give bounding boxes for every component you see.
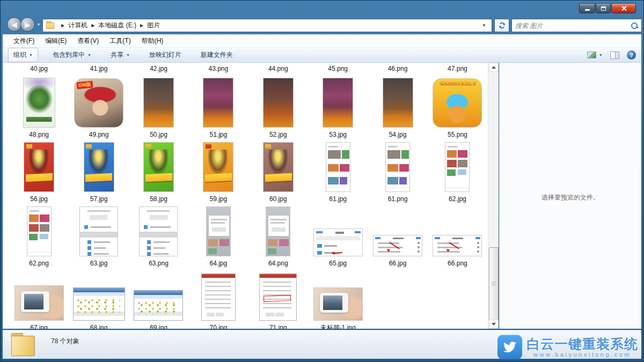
scroll-up-button[interactable] xyxy=(489,63,499,72)
forward-button[interactable]: ▶ xyxy=(20,17,35,32)
file-thumbnail[interactable] xyxy=(143,78,174,128)
file-thumbnail[interactable] xyxy=(203,78,233,128)
file-thumbnail[interactable] xyxy=(263,142,294,192)
file-label[interactable]: 71.jpg xyxy=(269,324,287,329)
breadcrumb-item-pictures[interactable]: 图片 xyxy=(147,21,160,30)
file-label[interactable]: 63.png xyxy=(149,260,169,268)
file-thumbnail[interactable] xyxy=(24,142,54,192)
file-label[interactable]: 69.jpg xyxy=(150,324,167,329)
file-label[interactable]: 54.jpg xyxy=(389,131,407,139)
history-dropdown-icon[interactable]: ▼ xyxy=(35,20,42,29)
file-label[interactable]: 52.jpg xyxy=(269,131,287,139)
file-label[interactable]: 60.jpg xyxy=(269,195,287,203)
file-label[interactable]: 62.jpg xyxy=(449,195,466,203)
file-label[interactable]: 53.jpg xyxy=(329,131,347,139)
help-icon[interactable]: ? xyxy=(627,50,636,60)
file-label[interactable]: 40.jpg xyxy=(30,65,48,73)
file-thumbnail[interactable] xyxy=(143,142,174,192)
file-label[interactable]: 61.png xyxy=(388,195,408,203)
file-thumbnail[interactable] xyxy=(139,206,178,256)
breadcrumb-item-drive-e[interactable]: 本地磁盘 (E:) xyxy=(98,21,136,30)
search-icon[interactable] xyxy=(631,22,638,29)
minimize-button[interactable] xyxy=(579,3,595,13)
file-thumbnail[interactable] xyxy=(313,287,363,321)
scroll-down-button[interactable] xyxy=(489,320,499,329)
share-button[interactable]: 共享 ▼ xyxy=(106,48,135,62)
menu-help[interactable]: 帮助(H) xyxy=(136,34,169,48)
file-label[interactable]: 45.png xyxy=(328,65,348,73)
file-label[interactable]: 46.png xyxy=(388,65,408,73)
file-label[interactable]: 64.png xyxy=(268,260,288,268)
file-thumbnail[interactable] xyxy=(323,78,353,128)
file-label[interactable]: 48.png xyxy=(29,131,49,139)
file-thumbnail[interactable] xyxy=(201,274,236,321)
file-thumbnail[interactable] xyxy=(373,235,422,256)
refresh-button[interactable] xyxy=(494,19,509,32)
file-label[interactable]: 66.png xyxy=(448,260,467,268)
file-thumbnail[interactable] xyxy=(14,285,64,321)
file-thumbnail[interactable] xyxy=(134,290,183,321)
preview-pane-toggle-icon[interactable] xyxy=(610,51,619,59)
file-thumbnail[interactable] xyxy=(326,142,350,192)
file-thumbnail[interactable]: DRAGON BALL Z xyxy=(433,78,482,128)
file-label[interactable]: 51.jpg xyxy=(210,131,228,139)
address-dropdown-icon[interactable]: ▼ xyxy=(480,23,488,28)
file-thumbnail[interactable] xyxy=(433,235,482,256)
file-thumbnail[interactable] xyxy=(266,206,290,256)
include-in-library-button[interactable]: 包含到库中 ▼ xyxy=(48,48,96,62)
back-button[interactable]: ◀ xyxy=(7,17,21,32)
scrollbar-thumb[interactable] xyxy=(489,247,499,320)
file-label[interactable]: 43.png xyxy=(209,65,229,73)
file-label[interactable]: 65.jpg xyxy=(329,260,347,268)
file-label[interactable]: 44.png xyxy=(268,65,288,73)
menu-view[interactable]: 查看(V) xyxy=(72,34,104,48)
new-folder-button[interactable]: 新建文件夹 xyxy=(196,48,238,62)
file-thumbnail[interactable] xyxy=(27,206,52,256)
menu-edit[interactable]: 编辑(E) xyxy=(40,34,72,48)
file-label[interactable]: 41.jpg xyxy=(90,65,108,73)
file-thumbnail[interactable] xyxy=(445,142,470,192)
file-label[interactable]: 68.jpg xyxy=(90,324,108,329)
breadcrumb[interactable]: ▶ 计算机 ▶ 本地磁盘 (E:) ▶ 图片 ▼ xyxy=(42,19,492,32)
file-label[interactable]: 47.png xyxy=(448,65,467,73)
file-label[interactable]: 67.jpg xyxy=(30,324,48,329)
file-thumbnail[interactable] xyxy=(385,142,410,192)
file-label[interactable]: 57.jpg xyxy=(90,195,108,203)
file-label[interactable]: 61.jpg xyxy=(329,195,347,203)
file-thumbnail[interactable] xyxy=(383,78,413,128)
file-label[interactable]: 70.jpg xyxy=(210,324,228,329)
file-label[interactable]: 58.jpg xyxy=(150,195,167,203)
close-button[interactable] xyxy=(611,3,636,13)
file-label[interactable]: 59.jpg xyxy=(210,195,228,203)
file-thumbnail[interactable] xyxy=(259,274,297,321)
file-label[interactable]: 63.jpg xyxy=(90,260,108,268)
file-label[interactable]: 50.jpg xyxy=(150,131,167,139)
file-label[interactable]: 62.png xyxy=(29,260,49,268)
file-label[interactable]: 未标题-1.jpg xyxy=(320,324,356,329)
file-label[interactable]: 64.jpg xyxy=(210,260,228,268)
file-thumbnail[interactable] xyxy=(79,206,118,256)
search-input[interactable] xyxy=(515,22,631,29)
file-label[interactable]: 42.jpg xyxy=(150,65,167,73)
vertical-scrollbar[interactable] xyxy=(488,63,499,329)
file-thumbnail[interactable] xyxy=(263,78,294,128)
menu-tools[interactable]: 工具(T) xyxy=(104,34,136,48)
file-label[interactable]: 55.png xyxy=(448,131,467,139)
slideshow-button[interactable]: 放映幻灯片 xyxy=(144,48,186,62)
views-dropdown-icon[interactable]: ▼ xyxy=(599,53,603,57)
breadcrumb-item-computer[interactable]: 计算机 xyxy=(68,21,87,30)
file-thumbnail[interactable] xyxy=(313,228,363,256)
organize-button[interactable]: 组织 ▼ xyxy=(8,48,38,62)
file-thumbnail[interactable]: GM版 xyxy=(74,78,123,128)
file-thumbnail[interactable] xyxy=(84,142,114,192)
maximize-button[interactable] xyxy=(596,3,611,13)
file-thumbnail[interactable] xyxy=(203,142,233,192)
file-thumbnail[interactable] xyxy=(73,287,125,321)
file-label[interactable]: 49.png xyxy=(89,131,109,139)
views-icon[interactable] xyxy=(587,51,596,58)
menu-file[interactable]: 文件(F) xyxy=(8,34,40,48)
file-label[interactable]: 66.jpg xyxy=(389,260,407,268)
file-label[interactable]: 56.jpg xyxy=(30,195,48,203)
file-thumbnail[interactable] xyxy=(206,206,231,256)
file-thumbnail[interactable] xyxy=(23,78,55,128)
